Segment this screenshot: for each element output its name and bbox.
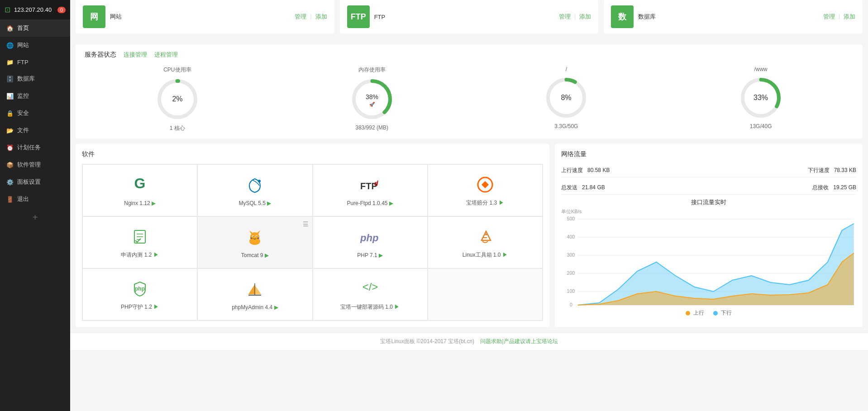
- software-item-mysql[interactable]: MySQL 5.5 ▶: [197, 164, 312, 216]
- cpu-sub: 1 核心: [170, 124, 185, 132]
- sidebar-item-security[interactable]: 🔒 安全: [0, 105, 70, 122]
- sidebar-add-button[interactable]: +: [0, 208, 70, 227]
- sw-menu-icon[interactable]: ☰: [303, 220, 309, 228]
- upload-speed: 上行速度 80.58 KB: [561, 167, 610, 174]
- total-send-label: 总发送: [561, 184, 577, 191]
- svg-point-36: [485, 234, 487, 235]
- software-icon: 📦: [6, 161, 14, 168]
- notification-badge: 0: [57, 7, 66, 13]
- svg-text:200: 200: [567, 271, 575, 276]
- footer-text: 宝塔Linux面板 ©2014-2017 宝塔(bt.cn): [380, 338, 474, 344]
- software-item-ftpd[interactable]: FTP d Pure-Ftpd 1.0.45 ▶: [313, 164, 428, 216]
- logout-icon: 🚪: [6, 196, 14, 203]
- sidebar-label-files: 文件: [17, 126, 29, 134]
- sidebar-item-home[interactable]: 🏠 首页: [0, 19, 70, 37]
- ftp-add-link[interactable]: 添加: [579, 13, 591, 21]
- ftp-card-left: FTP FTP: [347, 5, 386, 28]
- chart-unit: 单位KB/s: [561, 208, 856, 215]
- sidebar-item-panel-settings[interactable]: ⚙️ 面板设置: [0, 173, 70, 191]
- memory-gauge-svg: 38% 🚀: [349, 76, 395, 122]
- footer-link[interactable]: 问题求助|产品建议请上宝塔论坛: [480, 338, 558, 344]
- disk-www-gauge-svg: 33%: [738, 75, 783, 120]
- db-card-icon: 数: [611, 5, 634, 28]
- svg-text:33%: 33%: [754, 94, 768, 101]
- software-item-apply[interactable]: 申请内测 1.2 ▶: [82, 216, 197, 268]
- sidebar-item-website[interactable]: 🌐 网站: [0, 37, 70, 54]
- software-item-bt[interactable]: 宝塔赔分 1.3 ▶: [428, 164, 543, 216]
- db-card: 数 数据库 管理 | 添加: [604, 0, 863, 33]
- network-stats-upload: 上行速度 80.58 KB 下行速度 78.33 KB: [561, 164, 856, 177]
- software-item-tomcat[interactable]: ☰: [197, 216, 312, 268]
- ftp-card: FTP FTP 管理 | 添加: [340, 0, 599, 33]
- sidebar-header: ⊡ 123.207.20.40 0: [0, 0, 70, 19]
- sidebar-item-logout[interactable]: 🚪 退出: [0, 191, 70, 208]
- main-content: 网 网站 管理 | 添加 FTP FTP 管理 | 添加 数 数据库: [70, 0, 868, 411]
- website-manage-link[interactable]: 管理: [295, 13, 306, 21]
- connection-manage-link[interactable]: 连接管理: [124, 51, 147, 59]
- sidebar-label-database: 数据库: [17, 75, 35, 83]
- monitor-icon: ⊡: [5, 5, 10, 14]
- software-item-phpguard[interactable]: php PHP守护 1.2 ▶: [82, 268, 197, 320]
- website-card-left: 网 网站: [83, 5, 122, 28]
- svg-text:🚀: 🚀: [369, 101, 375, 107]
- security-icon: 🔒: [6, 110, 14, 117]
- apply-icon: [129, 226, 151, 248]
- bottom-content: 软件 G Nginx 1.12 ▶: [76, 144, 863, 327]
- sidebar-item-files[interactable]: 📂 文件: [0, 122, 70, 139]
- svg-text:38%: 38%: [366, 93, 378, 100]
- network-chart: 500 400 300 200 100 0: [561, 217, 856, 307]
- svg-point-14: [258, 180, 261, 182]
- total-recv: 总接收 19.25 GB: [812, 184, 856, 191]
- php-icon: php: [359, 227, 381, 249]
- server-ip: 123.207.20.40: [14, 6, 54, 13]
- disk-root-label: /: [566, 66, 567, 72]
- bt-icon: [474, 174, 496, 196]
- memory-label: 内存使用率: [358, 66, 386, 74]
- sidebar-item-ftp[interactable]: 📁 FTP: [0, 54, 70, 70]
- db-sep: |: [839, 13, 840, 21]
- sidebar-item-monitor[interactable]: 📊 监控: [0, 87, 70, 105]
- sidebar-item-database[interactable]: 🗄️ 数据库: [0, 70, 70, 87]
- download-speed: 下行速度 78.33 KB: [808, 167, 856, 174]
- sidebar-label-security: 安全: [17, 109, 29, 117]
- disk-root-gauge-svg: 8%: [544, 75, 589, 120]
- svg-text:500: 500: [567, 217, 575, 221]
- sidebar-label-home: 首页: [17, 24, 29, 32]
- cron-icon: ⏰: [6, 144, 14, 151]
- software-item-tools[interactable]: Linux工具箱 1.0 ▶: [428, 216, 543, 268]
- ftpd-icon: FTP d: [359, 175, 381, 196]
- software-item-phpmyadmin[interactable]: phpMyAdmin 4.4 ▶: [197, 268, 312, 320]
- software-panel: 软件 G Nginx 1.12 ▶: [76, 144, 549, 327]
- website-sep: |: [310, 13, 311, 21]
- monitor-nav-icon: 📊: [6, 92, 14, 100]
- panel-settings-icon: ⚙️: [6, 178, 14, 186]
- software-item-php[interactable]: php PHP 7.1 ▶: [313, 216, 428, 268]
- total-recv-value: 19.25 GB: [833, 184, 856, 191]
- ftp-manage-link[interactable]: 管理: [559, 13, 571, 21]
- ftp-card-icon: FTP: [347, 5, 370, 28]
- disk-www-sub: 13G/40G: [750, 123, 772, 129]
- svg-text:php: php: [360, 232, 378, 243]
- sidebar-item-software[interactable]: 📦 软件管理: [0, 156, 70, 173]
- website-card-actions: 管理 | 添加: [295, 13, 327, 21]
- software-item-nginx[interactable]: G Nginx 1.12 ▶: [82, 164, 197, 216]
- process-manage-link[interactable]: 进程管理: [154, 51, 178, 59]
- deploy-name: 宝塔一键部署源码 1.0 ▶: [340, 303, 400, 311]
- svg-text:d: d: [374, 180, 378, 187]
- website-icon: 🌐: [6, 42, 14, 49]
- sidebar-label-software: 软件管理: [17, 161, 41, 169]
- chart-legend: 上行 下行: [561, 309, 856, 317]
- sidebar-label-website: 网站: [17, 41, 29, 49]
- software-grid: G Nginx 1.12 ▶ MySQL 5.5 ▶: [82, 164, 543, 321]
- network-panel: 网络流量 上行速度 80.58 KB 下行速度 78.33 KB 总发送 21.…: [555, 144, 863, 327]
- software-item-deploy[interactable]: </> 宝塔一键部署源码 1.0 ▶: [313, 268, 428, 320]
- sidebar-label-ftp: FTP: [17, 59, 29, 66]
- website-add-link[interactable]: 添加: [315, 13, 327, 21]
- download-label: 下行速度: [808, 167, 830, 173]
- svg-text:400: 400: [567, 234, 575, 239]
- chart-title: 接口流量实时: [561, 198, 856, 206]
- db-add-link[interactable]: 添加: [844, 13, 855, 21]
- sidebar-item-cron[interactable]: ⏰ 计划任务: [0, 139, 70, 156]
- mysql-icon: [244, 175, 266, 196]
- db-manage-link[interactable]: 管理: [823, 13, 835, 21]
